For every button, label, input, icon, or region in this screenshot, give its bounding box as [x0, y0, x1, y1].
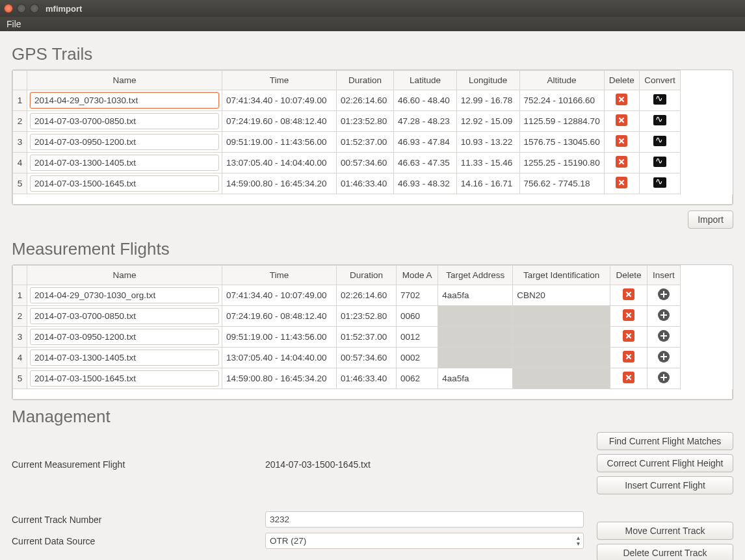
- convert-icon[interactable]: [653, 94, 666, 105]
- convert-icon[interactable]: [653, 177, 666, 188]
- current-measurement-flight-value: 2014-07-03-1500-1645.txt: [265, 459, 371, 470]
- flight-target-id: [513, 327, 610, 348]
- gps-time: 07:24:19.60 - 08:48:12.40: [222, 111, 337, 132]
- window-maximize-icon[interactable]: [30, 4, 39, 13]
- flight-time: 09:51:19.00 - 11:43:56.00: [222, 327, 337, 348]
- flight-name-input[interactable]: [30, 308, 219, 324]
- stepper-arrows-icon[interactable]: ▴▾: [577, 535, 580, 546]
- table-row: 514:59:00.80 - 16:45:34.2001:46:33.4046.…: [13, 173, 733, 194]
- insert-icon[interactable]: [658, 372, 670, 383]
- gps-altitude: 752.24 - 10166.60: [519, 90, 604, 111]
- table-row: 107:41:34.40 - 10:07:49.0002:26:14.6046.…: [13, 90, 733, 111]
- delete-icon[interactable]: [616, 114, 627, 126]
- gps-col-altitude[interactable]: Altitude: [519, 71, 604, 90]
- flights-col-duration[interactable]: Duration: [337, 266, 397, 285]
- flight-modea: 7702: [397, 285, 438, 306]
- import-button[interactable]: Import: [688, 210, 733, 229]
- gps-name-input[interactable]: [30, 113, 219, 129]
- gps-name-input[interactable]: [30, 175, 219, 192]
- gps-duration: 01:52:37.00: [337, 132, 394, 153]
- gps-col-delete[interactable]: Delete: [604, 71, 639, 90]
- flight-duration: 01:23:52.80: [337, 306, 397, 327]
- delete-icon[interactable]: [623, 288, 634, 300]
- flight-time: 07:24:19.60 - 08:48:12.40: [222, 306, 337, 327]
- convert-icon[interactable]: [653, 115, 666, 125]
- gps-altitude: 756.62 - 7745.18: [519, 173, 604, 194]
- gps-trails-table: Name Time Duration Latitude Longitude Al…: [12, 70, 733, 205]
- flights-col-target-id[interactable]: Target Identification: [513, 266, 610, 285]
- window-close-icon[interactable]: [4, 4, 13, 13]
- flight-name-input[interactable]: [30, 370, 219, 387]
- flight-target-id: CBN20: [513, 285, 610, 306]
- insert-icon[interactable]: [658, 351, 670, 363]
- current-data-source-label: Current Data Source: [12, 536, 265, 546]
- move-current-track-button[interactable]: Move Current Track: [597, 522, 733, 540]
- flights-col-target-address[interactable]: Target Address: [438, 266, 513, 285]
- row-number: 5: [13, 368, 27, 389]
- menubar: File: [0, 17, 745, 31]
- gps-duration: 02:26:14.60: [337, 90, 394, 111]
- row-number: 1: [13, 90, 27, 111]
- flight-name-input[interactable]: [30, 329, 219, 345]
- flight-duration: 02:26:14.60: [337, 285, 397, 306]
- gps-name-input[interactable]: [30, 155, 219, 171]
- table-row: 413:07:05.40 - 14:04:40.0000:57:34.6046.…: [13, 153, 733, 173]
- correct-current-flight-height-button[interactable]: Correct Current Flight Height: [597, 454, 733, 472]
- flights-col-modea[interactable]: Mode A: [397, 266, 438, 285]
- gps-col-time[interactable]: Time: [222, 71, 337, 90]
- gps-duration: 01:46:33.40: [337, 173, 394, 194]
- gps-header-row: Name Time Duration Latitude Longitude Al…: [13, 71, 733, 90]
- gps-longitude: 12.92 - 15.09: [456, 111, 519, 132]
- flight-target-address: [438, 306, 513, 327]
- current-data-source-select[interactable]: [265, 533, 584, 549]
- flight-target-id: [513, 368, 610, 389]
- table-row: 207:24:19.60 - 08:48:12.4001:23:52.8047.…: [13, 111, 733, 132]
- table-row: 107:41:34.40 - 10:07:49.0002:26:14.60770…: [13, 285, 733, 306]
- insert-icon[interactable]: [658, 309, 670, 321]
- find-current-flight-matches-button[interactable]: Find Current Flight Matches: [597, 432, 733, 450]
- flight-modea: 0062: [397, 368, 438, 389]
- insert-current-flight-button[interactable]: Insert Current Flight: [597, 476, 733, 494]
- delete-current-track-button[interactable]: Delete Current Track: [597, 544, 733, 560]
- menu-file[interactable]: File: [7, 19, 21, 29]
- delete-icon[interactable]: [616, 135, 627, 147]
- delete-icon[interactable]: [623, 309, 634, 321]
- current-track-number-input[interactable]: [265, 511, 584, 528]
- flight-time: 13:07:05.40 - 14:04:40.00: [222, 348, 337, 368]
- flight-modea: 0012: [397, 327, 438, 348]
- delete-icon[interactable]: [623, 351, 634, 363]
- gps-name-input[interactable]: [30, 92, 219, 108]
- delete-icon[interactable]: [623, 372, 634, 383]
- flights-col-delete[interactable]: Delete: [610, 266, 647, 285]
- flight-name-input[interactable]: [30, 287, 219, 303]
- delete-icon[interactable]: [616, 156, 627, 168]
- measurement-flights-table: Name Time Duration Mode A Target Address…: [12, 264, 733, 400]
- row-number: 1: [13, 285, 27, 306]
- gps-col-longitude[interactable]: Longitude: [456, 71, 519, 90]
- insert-icon[interactable]: [658, 288, 670, 300]
- gps-col-latitude[interactable]: Latitude: [394, 71, 457, 90]
- gps-altitude: 1576.75 - 13045.60: [519, 132, 604, 153]
- flight-duration: 01:46:33.40: [337, 368, 397, 389]
- convert-icon[interactable]: [653, 136, 666, 146]
- window-minimize-icon[interactable]: [17, 4, 26, 13]
- gps-col-convert[interactable]: Convert: [640, 71, 681, 90]
- gps-duration: 00:57:34.60: [337, 153, 394, 173]
- flights-col-insert[interactable]: Insert: [647, 266, 680, 285]
- window-titlebar: mfimport: [0, 0, 745, 17]
- delete-icon[interactable]: [616, 177, 627, 188]
- delete-icon[interactable]: [616, 94, 627, 105]
- delete-icon[interactable]: [623, 330, 634, 342]
- flight-modea: 0060: [397, 306, 438, 327]
- gps-time: 07:41:34.40 - 10:07:49.00: [222, 90, 337, 111]
- gps-name-input[interactable]: [30, 134, 219, 150]
- flight-target-address: [438, 327, 513, 348]
- convert-icon[interactable]: [653, 157, 666, 167]
- gps-col-name[interactable]: Name: [27, 71, 222, 90]
- gps-col-duration[interactable]: Duration: [337, 71, 394, 90]
- flight-target-address: 4aa5fa: [438, 285, 513, 306]
- flight-name-input[interactable]: [30, 350, 219, 366]
- insert-icon[interactable]: [658, 330, 670, 342]
- flights-col-name[interactable]: Name: [27, 266, 222, 285]
- flights-col-time[interactable]: Time: [222, 266, 337, 285]
